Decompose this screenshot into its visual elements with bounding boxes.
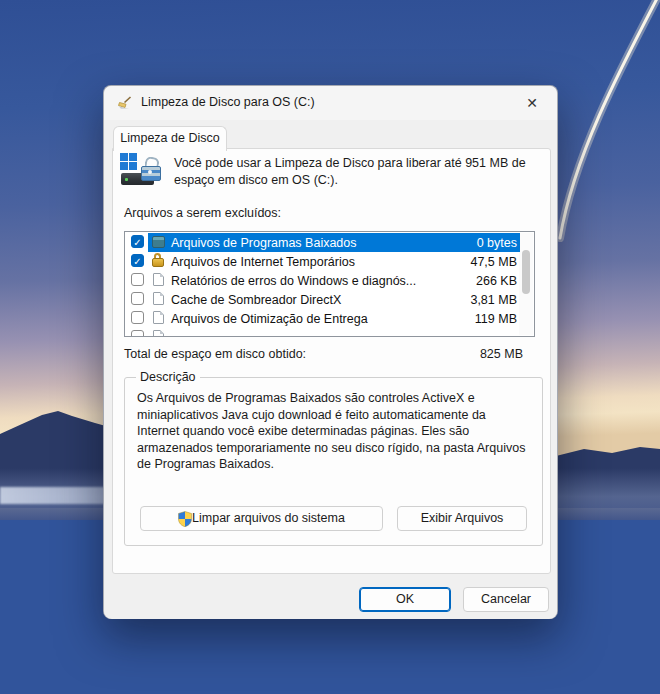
dialog-footer: OK Cancelar	[104, 574, 557, 619]
view-files-label: Exibir Arquivos	[421, 511, 504, 525]
item-size: 0 bytes	[477, 236, 517, 250]
window-title: Limpeza de Disco para OS (C:)	[141, 95, 315, 109]
desktop-wallpaper: Limpeza de Disco para OS (C:) ✕ Limpeza …	[0, 0, 660, 694]
item-name: Arquivos de Programas Baixados	[171, 236, 357, 250]
files-listbox[interactable]: ✓Arquivos de Programas Baixados0 bytes✓A…	[124, 231, 535, 337]
disk-cleanup-dialog: Limpeza de Disco para OS (C:) ✕ Limpeza …	[103, 85, 558, 619]
description-text: Os Arquivos de Programas Baixados são co…	[137, 390, 529, 473]
item-checkbox[interactable]: ✓	[131, 254, 144, 267]
list-item[interactable]: Arquivos de Otimização de Entrega119 MB	[125, 309, 520, 328]
total-row: Total de espaço em disco obtido: 825 MB	[124, 347, 523, 361]
view-files-button[interactable]: Exibir Arquivos	[397, 506, 527, 531]
scrollbar-thumb[interactable]	[522, 250, 530, 294]
close-button[interactable]: ✕	[515, 90, 549, 116]
list-item[interactable]: Relatórios de erros do Windows e diagnós…	[125, 271, 520, 290]
item-checkbox[interactable]	[131, 330, 144, 337]
list-item[interactable]: ✓Arquivos de Programas Baixados0 bytes	[125, 233, 520, 252]
disk-cleanup-app-icon	[117, 95, 133, 111]
list-item[interactable]: ✓Arquivos de Internet Temporários47,5 MB	[125, 252, 520, 271]
scrollbar[interactable]	[519, 233, 533, 335]
item-size: 266 KB	[476, 274, 517, 288]
close-icon: ✕	[526, 95, 538, 111]
clean-system-files-label: Limpar arquivos do sistema	[192, 511, 345, 525]
cancel-label: Cancelar	[481, 592, 531, 606]
total-value: 825 MB	[480, 347, 523, 361]
item-name: Relatórios de erros do Windows e diagnós…	[171, 274, 416, 288]
item-size: 47,5 MB	[470, 255, 517, 269]
item-checkbox[interactable]: ✓	[131, 235, 144, 248]
titlebar[interactable]: Limpeza de Disco para OS (C:) ✕	[104, 86, 557, 120]
item-checkbox[interactable]	[131, 292, 144, 305]
files-to-delete-label: Arquivos a serem excluídos:	[124, 206, 281, 220]
file-icon	[153, 292, 164, 305]
item-name: Cache de Sombreador DirectX	[171, 293, 341, 307]
description-title: Descrição	[136, 370, 200, 384]
header-description: Você pode usar a Limpeza de Disco para l…	[174, 155, 550, 188]
item-name: Arquivos de Internet Temporários	[171, 255, 355, 269]
file-icon	[153, 330, 164, 337]
list-item[interactable]: Cache de Sombreador DirectX3,81 MB	[125, 290, 520, 309]
clean-system-files-button[interactable]: Limpar arquivos do sistema	[140, 506, 383, 531]
tab-label: Limpeza de Disco	[120, 131, 219, 145]
windows-logo-icon	[120, 153, 128, 161]
lock-icon	[141, 157, 161, 183]
total-label: Total de espaço em disco obtido:	[124, 347, 306, 361]
ok-label: OK	[396, 592, 414, 606]
tab-panel: Você pode usar a Limpeza de Disco para l…	[112, 148, 551, 574]
item-checkbox[interactable]	[131, 273, 144, 286]
ok-button[interactable]: OK	[359, 587, 451, 612]
cancel-button[interactable]: Cancelar	[463, 587, 549, 612]
item-size: 119 MB	[475, 312, 517, 326]
file-icon	[153, 311, 164, 324]
item-size: 3,81 MB	[470, 293, 517, 307]
progfolder-icon	[152, 236, 165, 248]
disk-cleanup-header-icon	[120, 153, 168, 191]
item-name: Arquivos de Otimização de Entrega	[171, 312, 368, 326]
item-checkbox[interactable]	[131, 311, 144, 324]
uac-shield-icon	[177, 511, 193, 527]
file-icon	[153, 273, 164, 286]
list-item-partial[interactable]	[125, 328, 520, 337]
lock-icon	[151, 253, 165, 267]
tab-disk-cleanup[interactable]: Limpeza de Disco	[113, 126, 227, 151]
description-groupbox: Descrição Os Arquivos de Programas Baixa…	[124, 377, 543, 546]
